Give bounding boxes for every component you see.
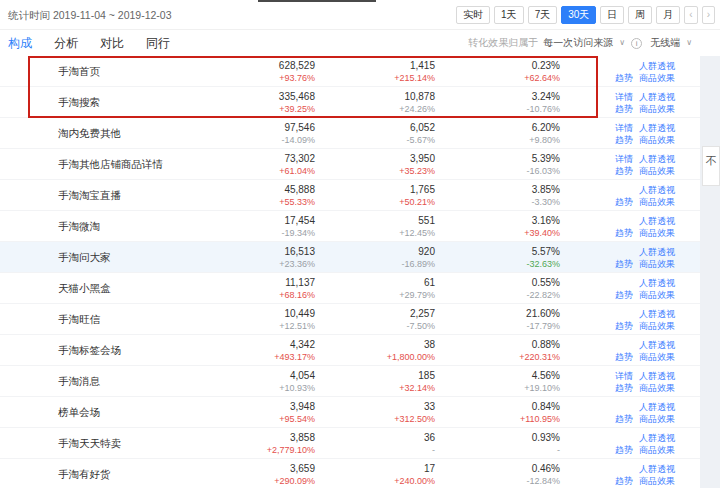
action-link-商品效果[interactable]: 商品效果 (639, 228, 675, 238)
action-link-人群透视[interactable]: 人群透视 (639, 216, 675, 226)
action-link-趋势[interactable]: 趋势 (615, 476, 633, 486)
date-range-button[interactable]: 月 (656, 6, 680, 24)
metric-value: 17 (330, 463, 435, 475)
action-link-人群透视[interactable]: 人群透视 (639, 92, 675, 102)
metric-change: +19.10% (450, 383, 560, 394)
row-action-line: 人群透视 (565, 60, 675, 72)
metric-change: +29.79% (330, 290, 435, 301)
action-link-趋势[interactable]: 趋势 (615, 104, 633, 114)
table-row: 手淘问大家16,513+23.36%920-16.89%5.57%-32.63%… (0, 242, 700, 273)
action-link-商品效果[interactable]: 商品效果 (639, 383, 675, 393)
action-link-趋势[interactable]: 趋势 (615, 321, 633, 331)
metric-value: 6.20% (450, 122, 560, 134)
action-link-人群透视[interactable]: 人群透视 (639, 433, 675, 443)
action-link-详情[interactable]: 详情 (615, 154, 633, 164)
action-link-商品效果[interactable]: 商品效果 (639, 321, 675, 331)
conversion-cell: 0.93%- (450, 432, 560, 456)
metric-change: -7.50% (330, 321, 435, 332)
date-range-button[interactable]: 1天 (494, 6, 524, 24)
next-page-icon[interactable]: › (702, 6, 715, 24)
action-link-趋势[interactable]: 趋势 (615, 135, 633, 145)
metric-value: 0.93% (450, 432, 560, 444)
action-link-趋势[interactable]: 趋势 (615, 259, 633, 269)
action-link-人群透视[interactable]: 人群透视 (639, 185, 675, 195)
row-action-line: 趋势商品效果 (565, 413, 675, 425)
prev-page-icon[interactable]: ‹ (684, 6, 697, 24)
action-link-商品效果[interactable]: 商品效果 (639, 73, 675, 83)
row-action-line: 详情人群透视 (565, 153, 675, 165)
date-range-button[interactable]: 30天 (561, 6, 596, 24)
visit-source-select[interactable]: 每一次访问来源 (543, 30, 613, 56)
visitors-cell: 335,468+39.25% (200, 91, 315, 115)
buyers-cell: 2,257-7.50% (330, 308, 435, 332)
action-link-趋势[interactable]: 趋势 (615, 166, 633, 176)
action-link-人群透视[interactable]: 人群透视 (639, 402, 675, 412)
metric-value: 97,546 (200, 122, 315, 134)
action-link-商品效果[interactable]: 商品效果 (639, 414, 675, 424)
tab-分析[interactable]: 分析 (54, 30, 78, 56)
action-link-详情[interactable]: 详情 (615, 92, 633, 102)
row-actions: 人群透视趋势商品效果 (565, 339, 675, 363)
action-link-趋势[interactable]: 趋势 (615, 414, 633, 424)
action-link-人群透视[interactable]: 人群透视 (639, 278, 675, 288)
action-link-详情[interactable]: 详情 (615, 123, 633, 133)
metric-change: +68.16% (200, 290, 315, 301)
action-link-趋势[interactable]: 趋势 (615, 383, 633, 393)
date-range-button[interactable]: 周 (628, 6, 652, 24)
action-link-商品效果[interactable]: 商品效果 (639, 166, 675, 176)
action-link-人群透视[interactable]: 人群透视 (639, 247, 675, 257)
row-action-line: 趋势商品效果 (565, 351, 675, 363)
action-link-人群透视[interactable]: 人群透视 (639, 371, 675, 381)
metric-change: +23.36% (200, 259, 315, 270)
metric-change: -19.34% (200, 228, 315, 239)
action-link-人群透视[interactable]: 人群透视 (639, 340, 675, 350)
tab-同行[interactable]: 同行 (146, 30, 170, 56)
row-actions: 详情人群透视趋势商品效果 (565, 91, 675, 115)
action-link-趋势[interactable]: 趋势 (615, 228, 633, 238)
action-link-人群透视[interactable]: 人群透视 (639, 464, 675, 474)
metric-value: 0.23% (450, 60, 560, 72)
source-name: 手淘微淘 (58, 211, 100, 242)
visitors-cell: 3,948+95.54% (200, 401, 315, 425)
metric-value: 33 (330, 401, 435, 413)
tab-对比[interactable]: 对比 (100, 30, 124, 56)
action-link-趋势[interactable]: 趋势 (615, 73, 633, 83)
action-link-商品效果[interactable]: 商品效果 (639, 104, 675, 114)
action-link-趋势[interactable]: 趋势 (615, 352, 633, 362)
metric-change: +2,779.10% (200, 445, 315, 456)
row-action-line: 人群透视 (565, 339, 675, 351)
metric-change: +24.26% (330, 104, 435, 115)
action-link-商品效果[interactable]: 商品效果 (639, 259, 675, 269)
visitors-cell: 4,054+10.93% (200, 370, 315, 394)
action-link-趋势[interactable]: 趋势 (615, 445, 633, 455)
action-link-趋势[interactable]: 趋势 (615, 290, 633, 300)
metric-value: 10,449 (200, 308, 315, 320)
action-link-商品效果[interactable]: 商品效果 (639, 135, 675, 145)
action-link-人群透视[interactable]: 人群透视 (639, 154, 675, 164)
date-range-button[interactable]: 日 (600, 6, 624, 24)
action-link-商品效果[interactable]: 商品效果 (639, 352, 675, 362)
source-name: 手淘标签会场 (58, 335, 121, 366)
action-link-详情[interactable]: 详情 (615, 371, 633, 381)
action-link-商品效果[interactable]: 商品效果 (639, 197, 675, 207)
metric-change: +215.14% (330, 73, 435, 84)
action-link-趋势[interactable]: 趋势 (615, 197, 633, 207)
action-link-人群透视[interactable]: 人群透视 (639, 61, 675, 71)
info-icon[interactable]: i (631, 38, 642, 49)
action-link-商品效果[interactable]: 商品效果 (639, 290, 675, 300)
action-link-人群透视[interactable]: 人群透视 (639, 123, 675, 133)
row-action-line: 人群透视 (565, 184, 675, 196)
date-range-button[interactable]: 实时 (456, 6, 490, 24)
terminal-select[interactable]: 无线端 (650, 30, 680, 56)
date-range-button[interactable]: 7天 (528, 6, 558, 24)
tab-构成[interactable]: 构成 (8, 30, 32, 56)
floating-side-button[interactable]: 不 (702, 146, 720, 186)
action-link-人群透视[interactable]: 人群透视 (639, 309, 675, 319)
action-link-商品效果[interactable]: 商品效果 (639, 476, 675, 486)
visitors-cell: 628,529+93.76% (200, 60, 315, 84)
table-row: 手淘淘宝直播45,888+55.33%1,765+50.21%3.85%-3.3… (0, 180, 700, 211)
action-link-商品效果[interactable]: 商品效果 (639, 445, 675, 455)
chevron-down-icon: ∨ (619, 30, 625, 56)
metric-value: 628,529 (200, 60, 315, 72)
metric-value: 73,302 (200, 153, 315, 165)
